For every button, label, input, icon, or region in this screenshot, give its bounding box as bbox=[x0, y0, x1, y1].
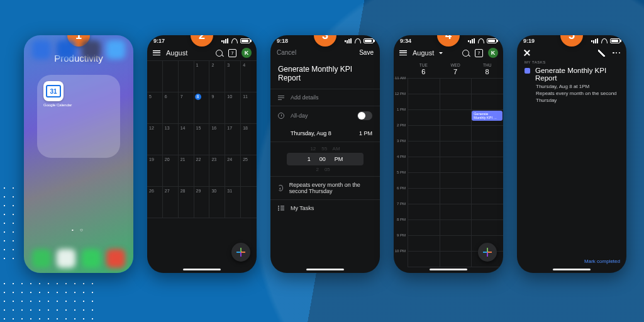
menu-icon[interactable] bbox=[399, 48, 408, 57]
month-label[interactable]: August bbox=[166, 49, 187, 57]
time-cell[interactable] bbox=[408, 94, 440, 110]
mark-completed-button[interactable]: Mark completed bbox=[584, 258, 620, 264]
time-cell[interactable] bbox=[440, 173, 472, 189]
time-cell[interactable] bbox=[471, 94, 503, 110]
day-header[interactable]: WED7 bbox=[440, 60, 472, 78]
time-cell[interactable] bbox=[440, 110, 472, 126]
month-cell[interactable]: 31 bbox=[225, 187, 241, 218]
day-header[interactable]: THU8 bbox=[471, 60, 503, 78]
close-icon[interactable] bbox=[523, 49, 531, 57]
time-cell[interactable] bbox=[440, 189, 472, 204]
app-google-calendar[interactable]: 31 Google Calendar bbox=[43, 81, 72, 107]
month-cell[interactable]: 19 bbox=[147, 155, 163, 187]
month-cell[interactable]: 26 bbox=[147, 187, 163, 218]
time-cell[interactable] bbox=[440, 204, 472, 220]
today-icon[interactable]: 7 bbox=[475, 49, 483, 57]
month-cell[interactable]: 2 bbox=[209, 61, 225, 92]
task-title-input[interactable]: Generate Monthly KPI Report bbox=[270, 60, 380, 89]
month-cell[interactable] bbox=[163, 61, 179, 92]
today-icon[interactable]: 7 bbox=[228, 49, 236, 57]
month-cell[interactable]: 27 bbox=[163, 187, 179, 218]
time-picker[interactable]: 12 55 AM 1 00 PM 2 05 bbox=[270, 142, 380, 176]
time-cell[interactable] bbox=[471, 173, 503, 189]
month-cell[interactable]: 15 bbox=[194, 124, 210, 155]
month-cell[interactable]: 18 bbox=[241, 124, 257, 155]
time-cell[interactable] bbox=[408, 110, 440, 126]
month-cell[interactable]: 23 bbox=[209, 155, 225, 187]
time-cell[interactable] bbox=[471, 220, 503, 236]
time-cell[interactable] bbox=[408, 142, 440, 157]
month-cell[interactable]: 3 bbox=[225, 61, 241, 92]
month-cell[interactable]: 13 bbox=[163, 124, 179, 155]
time-cell[interactable] bbox=[408, 189, 440, 204]
add-details-row[interactable]: Add details bbox=[270, 89, 380, 106]
month-cell[interactable]: 28 bbox=[179, 187, 194, 218]
app-folder[interactable]: 31 Google Calendar bbox=[37, 75, 120, 158]
month-cell[interactable]: 16 bbox=[209, 124, 225, 155]
chevron-down-icon[interactable] bbox=[439, 52, 443, 56]
month-cell[interactable]: 22 bbox=[194, 155, 210, 187]
repeat-row[interactable]: Repeats every month on the second Thursd… bbox=[270, 176, 380, 199]
time-cell[interactable] bbox=[440, 126, 472, 142]
month-cell[interactable] bbox=[179, 61, 194, 92]
month-cell[interactable]: 10 bbox=[225, 92, 241, 124]
task-list-row[interactable]: My Tasks bbox=[270, 199, 380, 216]
avatar[interactable]: K bbox=[488, 48, 498, 58]
time-cell[interactable] bbox=[471, 142, 503, 157]
all-day-row[interactable]: All-day bbox=[270, 106, 380, 125]
time-cell[interactable] bbox=[408, 173, 440, 189]
date-row[interactable]: Thursday, Aug 8 1 PM bbox=[270, 125, 380, 142]
month-cell[interactable]: 17 bbox=[225, 124, 241, 155]
time-cell[interactable] bbox=[440, 220, 472, 236]
month-cell[interactable]: 8 bbox=[194, 92, 210, 124]
create-fab[interactable] bbox=[478, 243, 497, 262]
month-grid[interactable]: 1234567891011121314151617181920212223242… bbox=[147, 60, 257, 250]
menu-icon[interactable] bbox=[152, 48, 161, 57]
month-cell[interactable]: 6 bbox=[163, 92, 179, 124]
month-cell[interactable]: 24 bbox=[225, 155, 241, 187]
month-cell[interactable]: 29 bbox=[194, 187, 210, 218]
time-cell[interactable] bbox=[471, 189, 503, 204]
time-cell[interactable] bbox=[408, 157, 440, 173]
time-cell[interactable] bbox=[471, 204, 503, 220]
time-cell[interactable] bbox=[440, 157, 472, 173]
time-cell[interactable] bbox=[471, 126, 503, 142]
save-button[interactable]: Save bbox=[359, 49, 374, 56]
time-cell[interactable] bbox=[440, 79, 472, 94]
time-grid[interactable]: 11 AM12 PM1 PM2 PM3 PM4 PM5 PM6 PM7 PM8 … bbox=[394, 78, 503, 267]
more-icon[interactable] bbox=[613, 52, 620, 54]
day-header[interactable]: TUE6 bbox=[408, 60, 440, 78]
month-cell[interactable]: 25 bbox=[241, 155, 257, 187]
time-cell[interactable] bbox=[440, 94, 472, 110]
time-cell[interactable] bbox=[408, 126, 440, 142]
wheel-minute[interactable]: 00 bbox=[319, 156, 326, 162]
month-cell[interactable]: 20 bbox=[163, 155, 179, 187]
month-cell[interactable]: 12 bbox=[147, 124, 163, 155]
month-cell[interactable]: 7 bbox=[179, 92, 194, 124]
cancel-button[interactable]: Cancel bbox=[277, 49, 296, 56]
month-cell[interactable]: 9 bbox=[209, 92, 225, 124]
avatar[interactable]: K bbox=[242, 48, 252, 58]
create-fab[interactable] bbox=[231, 243, 250, 262]
time-cell[interactable] bbox=[408, 236, 440, 252]
month-cell[interactable]: 14 bbox=[179, 124, 194, 155]
time-cell[interactable] bbox=[471, 79, 503, 94]
month-cell[interactable]: 21 bbox=[179, 155, 194, 187]
edit-icon[interactable] bbox=[598, 50, 605, 57]
month-cell[interactable]: 5 bbox=[147, 92, 163, 124]
month-cell[interactable]: 4 bbox=[241, 61, 257, 92]
calendar-event[interactable]: Generate Monthly KPI … bbox=[472, 111, 502, 121]
month-cell[interactable]: 1 bbox=[194, 61, 210, 92]
month-cell[interactable]: 30 bbox=[209, 187, 225, 218]
search-icon[interactable] bbox=[214, 48, 223, 57]
month-cell[interactable]: 11 bbox=[241, 92, 257, 124]
time-cell[interactable] bbox=[408, 204, 440, 220]
time-cell[interactable] bbox=[408, 220, 440, 236]
month-cell[interactable] bbox=[147, 61, 163, 92]
wheel-hour[interactable]: 1 bbox=[308, 156, 311, 162]
time-cell[interactable] bbox=[471, 157, 503, 173]
time-cell[interactable] bbox=[440, 252, 472, 267]
time-cell[interactable] bbox=[440, 236, 472, 252]
wheel-ampm[interactable]: PM bbox=[335, 156, 343, 162]
search-icon[interactable] bbox=[461, 48, 470, 57]
